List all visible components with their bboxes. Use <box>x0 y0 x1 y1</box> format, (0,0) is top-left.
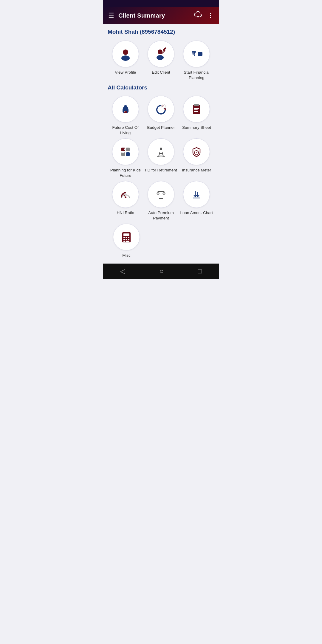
download-icon[interactable] <box>194 11 202 20</box>
svg-text:₹: ₹ <box>192 50 196 58</box>
budget-planner-item[interactable]: ₹ Budget Planner <box>145 96 177 135</box>
planning-kids-circle <box>112 138 139 165</box>
svg-rect-22 <box>126 148 130 151</box>
misc-circle <box>113 224 140 250</box>
insurance-meter-item[interactable]: Insurance Meter <box>180 138 213 178</box>
loan-amort-item[interactable]: Loan Amort. Chart <box>180 181 213 221</box>
hni-ratio-item[interactable]: HNI Ratio <box>109 181 142 221</box>
auto-premium-circle <box>148 181 174 208</box>
svg-line-42 <box>157 191 158 193</box>
header: ☰ Client Summary ⋮ <box>103 7 219 24</box>
bottom-nav: ◁ ○ □ <box>103 264 219 279</box>
view-profile-label: View Profile <box>115 70 136 75</box>
fd-retirement-circle <box>148 138 174 165</box>
svg-rect-59 <box>126 241 130 242</box>
misc-label: Misc <box>122 253 131 258</box>
svg-line-45 <box>164 191 165 193</box>
calculators-row-4: Misc <box>108 224 214 258</box>
edit-client-label: Edit Client <box>152 70 170 75</box>
loan-amort-label: Loan Amort. Chart <box>180 210 213 216</box>
auto-premium-label: Auto Premium Payment <box>145 210 177 221</box>
back-button[interactable]: ◁ <box>114 265 131 278</box>
header-title: Client Summary <box>118 12 165 19</box>
svg-point-3 <box>158 49 162 54</box>
svg-point-12 <box>124 105 127 107</box>
insurance-meter-label: Insurance Meter <box>182 168 211 173</box>
calculators-row-3: HNI Ratio <box>108 181 214 221</box>
budget-planner-circle: ₹ <box>148 96 174 123</box>
calculators-section-title: All Calculators <box>108 84 214 91</box>
more-options-icon[interactable]: ⋮ <box>207 12 214 19</box>
fd-retirement-label: FD for Retirement <box>145 168 177 173</box>
budget-planner-label: Budget Planner <box>147 125 175 130</box>
hamburger-icon[interactable]: ☰ <box>108 12 114 19</box>
calculators-row-2: Planning for Kids Future FD for Retireme… <box>108 138 214 178</box>
view-profile-circle <box>112 41 139 67</box>
summary-sheet-circle <box>183 96 210 123</box>
svg-rect-51 <box>123 233 129 236</box>
future-cost-circle: ₹ <box>112 96 139 123</box>
fd-retirement-item[interactable]: FD for Retirement <box>145 138 177 178</box>
summary-sheet-label: Summary Sheet <box>182 125 211 130</box>
start-financial-planning-circle: ₹ <box>183 41 210 67</box>
svg-point-26 <box>122 151 124 153</box>
svg-rect-54 <box>128 237 129 238</box>
planning-kids-label: Planning for Kids Future <box>109 168 142 178</box>
svg-point-25 <box>124 148 126 150</box>
svg-rect-20 <box>194 111 198 112</box>
insurance-meter-circle <box>183 138 210 165</box>
profile-actions-row: View Profile Edit Client ₹ <box>108 41 214 80</box>
svg-point-4 <box>157 55 164 60</box>
start-financial-planning-item[interactable]: ₹ Start Financial Planning <box>180 41 213 80</box>
svg-rect-57 <box>128 239 129 240</box>
svg-rect-52 <box>123 237 125 238</box>
svg-rect-55 <box>123 239 125 240</box>
view-profile-item[interactable]: View Profile <box>109 41 142 80</box>
edit-client-item[interactable]: Edit Client <box>145 41 177 80</box>
planning-kids-item[interactable]: Planning for Kids Future <box>109 138 142 178</box>
misc-item[interactable]: Misc <box>110 224 143 258</box>
svg-rect-17 <box>194 104 199 106</box>
svg-rect-18 <box>194 108 199 109</box>
auto-premium-item[interactable]: Auto Premium Payment <box>145 181 177 221</box>
edit-client-circle <box>148 41 174 67</box>
status-bar <box>103 0 219 7</box>
svg-point-1 <box>123 49 128 55</box>
svg-rect-58 <box>123 241 125 242</box>
svg-rect-53 <box>126 237 127 238</box>
svg-rect-19 <box>194 109 198 110</box>
client-name: Mohit Shah (8956784512) <box>108 29 214 35</box>
svg-point-31 <box>160 148 162 150</box>
home-button[interactable]: ○ <box>154 265 169 278</box>
loan-amort-circle <box>183 181 210 208</box>
hni-ratio-label: HNI Ratio <box>117 210 134 216</box>
future-cost-label: Future Cost Of Living <box>109 125 142 135</box>
svg-point-2 <box>121 55 130 61</box>
future-cost-item[interactable]: ₹ Future Cost Of Living <box>109 96 142 135</box>
svg-rect-56 <box>126 239 127 240</box>
hni-ratio-circle <box>112 181 139 208</box>
svg-line-33 <box>196 151 197 153</box>
svg-point-7 <box>163 49 165 51</box>
svg-rect-24 <box>126 152 130 156</box>
start-financial-planning-label: Start Financial Planning <box>180 70 213 80</box>
summary-sheet-item[interactable]: Summary Sheet <box>180 96 213 135</box>
calculators-row-1: ₹ Future Cost Of Living ₹ Budget Planner <box>108 96 214 135</box>
recent-button[interactable]: □ <box>192 265 208 278</box>
